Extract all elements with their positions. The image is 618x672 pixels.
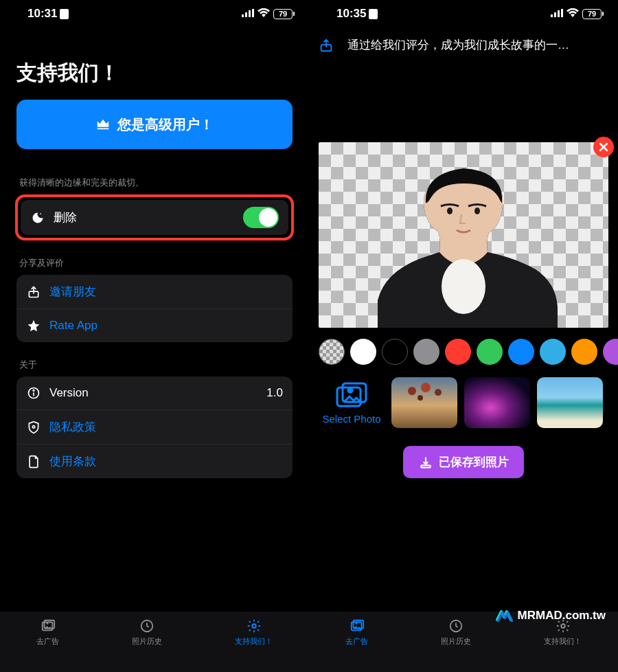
shield-icon — [26, 420, 41, 435]
delete-label: 删除 — [54, 210, 235, 225]
swatch-transparent[interactable] — [319, 339, 345, 365]
watermark-text: MRMAD.com.tw — [518, 609, 606, 623]
tab-label: 去广告 — [345, 636, 368, 647]
share-icon — [26, 284, 41, 300]
version-row: Version 1.0 — [16, 377, 293, 410]
photos-icon — [41, 618, 56, 634]
svg-point-29 — [417, 395, 423, 401]
swatch-cyan[interactable] — [540, 339, 566, 365]
swatch-green[interactable] — [477, 339, 503, 365]
terms-row[interactable]: 使用条款 — [16, 444, 293, 478]
status-time: 10:35 — [336, 7, 366, 21]
tab-support[interactable]: 支持我们！ — [544, 618, 582, 672]
swatch-purple[interactable] — [603, 339, 618, 365]
edge-note: 获得清晰的边缘和完美的裁切。 — [0, 161, 309, 194]
tab-remove-ads[interactable]: 去广告 — [345, 618, 368, 672]
svg-rect-17 — [558, 10, 560, 17]
svg-point-33 — [355, 623, 357, 625]
tab-history[interactable]: 照片历史 — [441, 618, 471, 672]
svg-point-22 — [474, 208, 480, 214]
rate-banner[interactable]: 通过给我们评分，成为我们成长故事的一… — [309, 25, 618, 60]
subject-cutout — [357, 156, 570, 328]
svg-rect-1 — [245, 12, 247, 17]
gear-icon — [247, 618, 262, 634]
svg-rect-16 — [554, 12, 556, 17]
version-label: Version — [49, 386, 258, 400]
swatch-orange[interactable] — [571, 339, 597, 365]
clock-icon — [448, 618, 464, 634]
svg-point-26 — [408, 387, 416, 395]
select-photo-button[interactable]: Select Photo — [319, 381, 385, 425]
version-value: 1.0 — [266, 386, 283, 400]
premium-button[interactable]: 您是高级用户！ — [16, 100, 293, 149]
screen-editor: 10:35 79 通过给我们评分，成为我们成长故事的一… — [309, 0, 618, 672]
tab-label: 照片历史 — [132, 636, 162, 647]
privacy-row[interactable]: 隐私政策 — [16, 410, 293, 444]
tab-support[interactable]: 支持我们！ — [235, 618, 273, 672]
privacy-label: 隐私政策 — [49, 419, 283, 435]
watermark-logo-icon — [494, 606, 514, 625]
tab-label: 支持我们！ — [235, 636, 273, 647]
svg-point-28 — [435, 389, 442, 396]
about-group: Version 1.0 隐私政策 使用条款 — [16, 377, 293, 478]
svg-point-9 — [32, 425, 34, 427]
wifi-icon — [566, 7, 579, 21]
close-button[interactable] — [593, 137, 614, 157]
status-time: 10:31 — [27, 7, 57, 21]
swatch-black[interactable] — [382, 339, 408, 365]
svg-rect-2 — [249, 10, 251, 17]
moon-icon — [30, 210, 45, 225]
tab-history[interactable]: 照片历史 — [132, 618, 162, 672]
invite-friends-row[interactable]: 邀请朋友 — [16, 275, 293, 309]
svg-point-14 — [252, 624, 256, 628]
swatch-white[interactable] — [350, 339, 376, 365]
swatch-blue[interactable] — [508, 339, 534, 365]
status-bar: 10:31 79 — [0, 0, 309, 25]
svg-point-20 — [442, 259, 485, 314]
bg-thumb-beach[interactable] — [537, 377, 603, 428]
delete-toggle[interactable] — [243, 207, 279, 228]
info-icon — [26, 385, 41, 401]
svg-rect-30 — [421, 465, 430, 467]
select-photo-label: Select Photo — [322, 413, 380, 425]
delete-row-highlight: 删除 — [15, 194, 294, 240]
rate-label: Rate App — [49, 319, 283, 333]
swatch-gray[interactable] — [413, 339, 439, 365]
swatch-red[interactable] — [445, 339, 471, 365]
svg-rect-15 — [551, 14, 553, 17]
tab-bar-left: 去广告 照片历史 支持我们！ — [0, 612, 309, 672]
tab-label: 支持我们！ — [544, 636, 582, 647]
page-title: 支持我们！ — [0, 25, 309, 100]
download-icon — [418, 455, 433, 470]
bg-thumb-nebula[interactable] — [464, 377, 530, 428]
save-button[interactable]: 已保存到照片 — [403, 446, 524, 478]
svg-point-27 — [421, 383, 431, 392]
invite-label: 邀请朋友 — [49, 284, 283, 300]
wifi-icon — [258, 7, 270, 21]
status-bar: 10:35 79 — [309, 0, 618, 25]
svg-point-12 — [46, 623, 48, 625]
battery-icon: 79 — [273, 9, 293, 19]
banner-text: 通过给我们评分，成为我们成长故事的一… — [347, 37, 569, 53]
image-preview[interactable] — [319, 142, 608, 328]
bg-thumb-balloons[interactable] — [391, 377, 457, 428]
svg-point-25 — [348, 388, 352, 392]
rate-app-row[interactable]: Rate App — [16, 309, 293, 342]
tab-remove-ads[interactable]: 去广告 — [36, 618, 59, 672]
doc-icon — [26, 454, 41, 469]
sim-icon — [369, 9, 378, 19]
save-label: 已保存到照片 — [439, 454, 509, 470]
color-swatch-row — [309, 328, 618, 373]
cellular-icon — [242, 7, 254, 21]
background-thumbs: Select Photo — [309, 373, 618, 438]
delete-row[interactable]: 删除 — [21, 200, 288, 235]
watermark: MRMAD.com.tw — [494, 606, 606, 625]
share-icon — [319, 38, 334, 53]
cellular-icon — [551, 7, 563, 21]
share-header: 分享及评价 — [0, 240, 309, 275]
svg-rect-18 — [561, 9, 563, 17]
share-group: 邀请朋友 Rate App — [16, 275, 293, 342]
terms-label: 使用条款 — [49, 453, 283, 469]
svg-point-4 — [40, 213, 41, 214]
tab-label: 去广告 — [36, 636, 59, 647]
